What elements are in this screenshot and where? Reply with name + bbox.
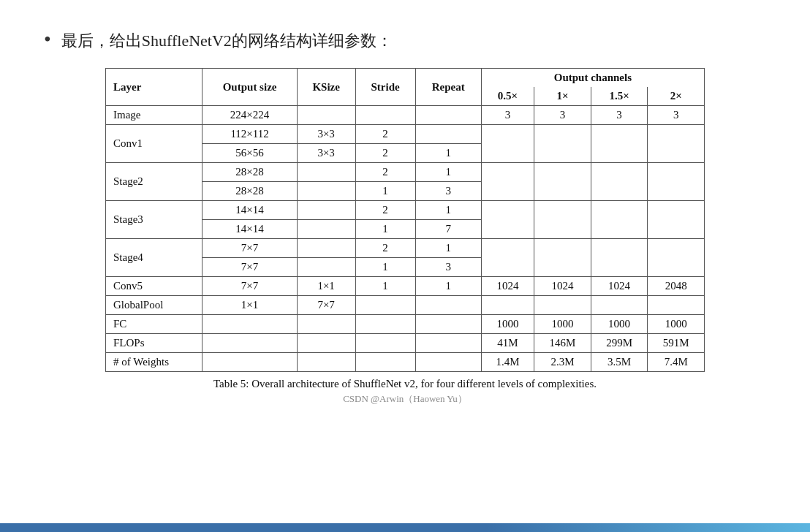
cell-c05: 1.4M [481,353,534,372]
cell-c05: 1000 [481,315,534,334]
cell-repeat: 1 [415,277,481,296]
cell-repeat: 1 [415,163,481,182]
cell-repeat: 1 [415,239,481,258]
cell-stride: 2 [355,239,415,258]
cell-c15 [591,201,648,239]
cell-stride: 1 [355,220,415,239]
cell-repeat [415,334,481,353]
cell-ksize [297,106,355,125]
cell-output: 1×1 [202,296,297,315]
table-row: Conv1112×1123×32 [106,125,705,144]
cell-repeat: 1 [415,144,481,163]
cell-c15 [591,296,648,315]
cell-c15 [591,125,648,163]
cell-layer: Image [106,106,202,125]
cell-c05 [481,163,534,201]
cell-ksize: 1×1 [297,277,355,296]
cell-c05: 1024 [481,277,534,296]
cell-c2 [648,163,705,201]
cell-ksize [297,353,355,372]
cell-layer: Stage4 [106,239,202,277]
th-stride: Stride [355,69,415,106]
bullet-text: 最后，给出ShuffleNetV2的网络结构详细参数： [61,30,393,52]
cell-stride: 2 [355,201,415,220]
table-row: # of Weights1.4M2.3M3.5M7.4M [106,353,705,372]
cell-repeat [415,315,481,334]
cell-output: 56×56 [202,144,297,163]
table-header-row-1: Layer Output size KSize Stride Repeat Ou… [106,69,705,88]
cell-output: 112×112 [202,125,297,144]
cell-ksize [297,258,355,277]
cell-layer: Stage3 [106,201,202,239]
cell-c2: 7.4M [648,353,705,372]
table-caption: Table 5: Overall architecture of Shuffle… [213,378,597,390]
cell-c1 [534,163,591,201]
cell-ksize [297,163,355,182]
cell-layer: FC [106,315,202,334]
cell-stride: 2 [355,144,415,163]
cell-repeat: 3 [415,258,481,277]
cell-c1 [534,239,591,277]
table-row: FLOPs41M146M299M591M [106,334,705,353]
cell-stride: 2 [355,163,415,182]
cell-output: 7×7 [202,277,297,296]
cell-stride [355,296,415,315]
th-15x: 1.5× [591,87,648,106]
cell-repeat: 1 [415,201,481,220]
cell-repeat [415,353,481,372]
cell-c1 [534,201,591,239]
cell-ksize [297,315,355,334]
cell-layer: Conv5 [106,277,202,296]
cell-c05: 41M [481,334,534,353]
cell-ksize [297,239,355,258]
slide: • 最后，给出ShuffleNetV2的网络结构详细参数： Layer Outp… [0,0,810,532]
cell-output [202,353,297,372]
cell-c15: 3 [591,106,648,125]
cell-c15: 1024 [591,277,648,296]
cell-output [202,334,297,353]
cell-stride: 1 [355,258,415,277]
cell-stride: 2 [355,125,415,144]
cell-c2 [648,239,705,277]
cell-output [202,315,297,334]
th-05x: 0.5× [481,87,534,106]
cell-repeat: 3 [415,182,481,201]
table-section: Layer Output size KSize Stride Repeat Ou… [44,68,766,406]
table-row: GlobalPool1×17×7 [106,296,705,315]
cell-c05 [481,201,534,239]
cell-ksize [297,201,355,220]
cell-repeat: 7 [415,220,481,239]
cell-c05 [481,125,534,163]
th-layer: Layer [106,69,202,106]
cell-repeat [415,106,481,125]
cell-c15: 1000 [591,315,648,334]
cell-layer: Conv1 [106,125,202,163]
cell-ksize [297,220,355,239]
cell-c15: 299M [591,334,648,353]
cell-stride [355,315,415,334]
cell-c2: 2048 [648,277,705,296]
cell-layer: Stage2 [106,163,202,201]
cell-repeat [415,296,481,315]
cell-c1: 1024 [534,277,591,296]
table-row: Stage228×2821 [106,163,705,182]
cell-layer: FLOPs [106,334,202,353]
bullet-symbol: • [44,29,51,50]
cell-c1: 3 [534,106,591,125]
cell-c2 [648,125,705,163]
cell-c1: 1000 [534,315,591,334]
cell-c15 [591,163,648,201]
cell-c15: 3.5M [591,353,648,372]
cell-output: 224×224 [202,106,297,125]
cell-c2: 1000 [648,315,705,334]
credit-text: CSDN @Arwin（Haowen Yu） [343,392,467,406]
cell-c1 [534,125,591,163]
cell-output: 14×14 [202,220,297,239]
cell-layer: GlobalPool [106,296,202,315]
cell-stride [355,334,415,353]
table-row: Conv57×71×1111024102410242048 [106,277,705,296]
table-body: Image224×2243333Conv1112×1123×3256×563×3… [106,106,705,372]
th-1x: 1× [534,87,591,106]
table-row: Stage47×721 [106,239,705,258]
th-2x: 2× [648,87,705,106]
